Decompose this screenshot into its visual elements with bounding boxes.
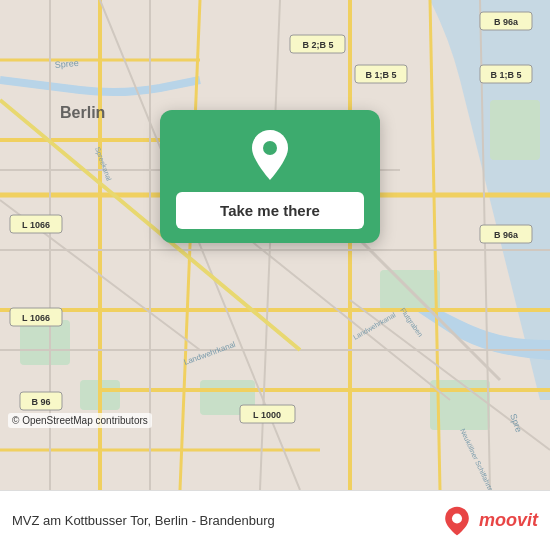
svg-text:L 1066: L 1066 <box>22 313 50 323</box>
svg-text:B 96: B 96 <box>31 397 50 407</box>
svg-text:B 2;B 5: B 2;B 5 <box>302 40 333 50</box>
svg-text:B 1;B 5: B 1;B 5 <box>365 70 396 80</box>
svg-text:B 96a: B 96a <box>494 17 519 27</box>
svg-point-58 <box>263 141 277 155</box>
osm-text: © OpenStreetMap contributors <box>12 415 148 426</box>
moovit-icon <box>441 505 473 537</box>
svg-text:Berlin: Berlin <box>60 104 105 121</box>
svg-text:L 1000: L 1000 <box>253 410 281 420</box>
bottom-bar: MVZ am Kottbusser Tor, Berlin - Brandenb… <box>0 490 550 550</box>
moovit-brand-text: moovit <box>479 510 538 531</box>
svg-text:Spree: Spree <box>54 58 79 70</box>
map-container: B 96a B 2;B 5 B 1;B 5 B 1;B 5 L 1066 L 1… <box>0 0 550 490</box>
location-card: Take me there <box>160 110 380 243</box>
svg-rect-6 <box>490 100 540 160</box>
svg-text:B 1;B 5: B 1;B 5 <box>490 70 521 80</box>
take-me-there-button[interactable]: Take me there <box>176 192 364 229</box>
osm-attribution: © OpenStreetMap contributors <box>8 413 152 428</box>
location-label: MVZ am Kottbusser Tor, Berlin - Brandenb… <box>12 513 441 528</box>
moovit-logo: moovit <box>441 505 538 537</box>
svg-point-59 <box>452 513 462 523</box>
location-pin-icon <box>248 128 292 182</box>
svg-text:L 1066: L 1066 <box>22 220 50 230</box>
svg-text:B 96a: B 96a <box>494 230 519 240</box>
svg-rect-2 <box>20 320 70 365</box>
